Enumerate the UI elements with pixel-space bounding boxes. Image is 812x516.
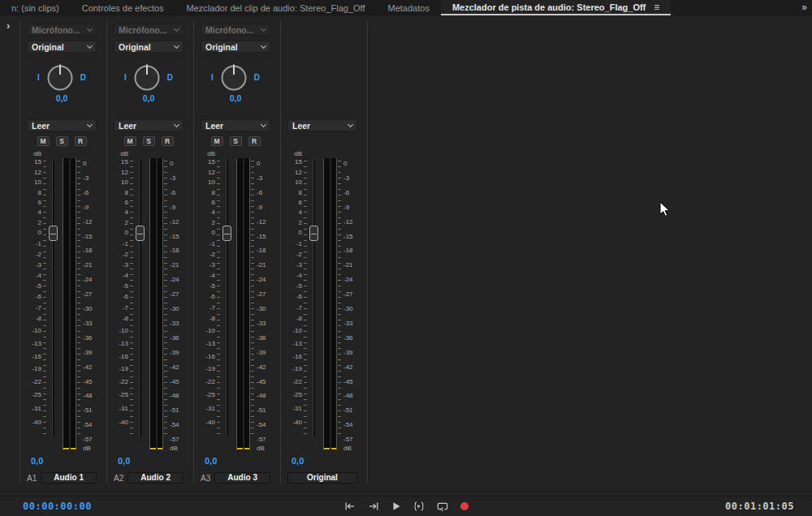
volume-value[interactable]: 0,0 — [118, 456, 184, 467]
fader-tick-marks — [130, 161, 133, 436]
mute-button[interactable]: M — [37, 136, 50, 146]
scale-tick-label: -2 — [296, 252, 302, 258]
track-preset-dropdown[interactable]: Original — [27, 41, 97, 53]
fader-handle[interactable] — [222, 226, 231, 241]
solo-button[interactable]: S — [143, 136, 155, 146]
automation-mode-dropdown[interactable]: Leer — [27, 119, 97, 131]
track-preset-dropdown[interactable]: Original — [201, 41, 270, 53]
scale-tick-label: dB — [120, 151, 128, 157]
volume-fader[interactable] — [221, 154, 234, 451]
show-effects-sends-expander-icon[interactable]: › — [6, 19, 10, 32]
fader-handle[interactable] — [49, 226, 58, 241]
tab-overflow-icon[interactable]: » — [801, 0, 807, 15]
pan-left-label: I — [37, 73, 40, 82]
panel-tab[interactable]: Mezclador de pista de audio: Stereo_Flag… — [441, 0, 671, 15]
level-meter — [63, 158, 76, 450]
pan-value[interactable]: 0,0 — [27, 93, 97, 103]
scale-tick-label: -21 — [83, 262, 93, 269]
record-arm-button[interactable]: R — [248, 136, 261, 146]
pan-value[interactable]: 0,0 — [201, 93, 270, 103]
fader-handle[interactable] — [136, 226, 145, 241]
track-preset-label: Original — [205, 42, 238, 52]
scale-tick-label: -13 — [292, 341, 302, 347]
scale-tick-label: -13 — [32, 341, 41, 347]
scale-tick-label: -33 — [257, 320, 266, 327]
automation-mode-dropdown[interactable]: Leer — [114, 119, 184, 131]
track-name[interactable]: Audio 1 — [41, 472, 97, 484]
track-name[interactable]: Audio 3 — [214, 472, 270, 484]
pan-right-label: D — [167, 73, 173, 82]
audio-track-mixer-panel: › Micrófono... Original I D 0,0 Leer — [0, 15, 812, 496]
pan-value[interactable]: 0,0 — [114, 93, 184, 103]
track-name[interactable]: Original — [287, 472, 357, 484]
fader-track — [227, 161, 228, 436]
automation-mode-dropdown[interactable]: Leer — [201, 119, 270, 131]
solo-button[interactable]: S — [230, 136, 242, 146]
scale-tick-label: 2 — [38, 220, 41, 226]
panel-tab-label: Mezclador de pista de audio: Stereo_Flag… — [452, 2, 646, 12]
panel-tab[interactable]: n: (sin clips) — [0, 0, 71, 15]
input-device-dropdown[interactable]: Micrófono... — [27, 24, 97, 36]
track-preset-dropdown[interactable]: Original — [114, 41, 184, 53]
scale-tick-label: -3 — [170, 175, 175, 182]
record-icon[interactable] — [458, 500, 471, 513]
track-state-buttons: M S R — [27, 136, 97, 146]
scale-tick-label: -13 — [119, 341, 128, 347]
panel-tab[interactable]: Metadatos — [377, 0, 441, 15]
panel-tab[interactable]: Controles de efectos — [71, 0, 175, 15]
pan-knob-icon[interactable] — [219, 62, 248, 92]
scale-tick-label: -6 — [36, 294, 41, 300]
volume-fader[interactable] — [134, 154, 147, 451]
scale-tick-label: -2 — [123, 252, 128, 258]
solo-button[interactable]: S — [56, 136, 68, 146]
scale-tick-label: -51 — [343, 407, 353, 414]
play-in-to-out-icon[interactable] — [411, 500, 427, 513]
fader-track — [313, 161, 315, 436]
premiere-audio-track-mixer-window: n: (sin clips) Controles de efectos Mezc… — [0, 0, 812, 516]
mute-button[interactable]: M — [211, 136, 223, 146]
volume-value[interactable]: 0,0 — [31, 456, 97, 467]
meter-peak-indicator — [150, 448, 162, 449]
scale-tick-label: 12 — [34, 170, 41, 176]
input-device-dropdown[interactable]: Micrófono... — [114, 24, 184, 36]
scale-tick-label: -48 — [257, 393, 266, 399]
meter-tick-marks — [338, 161, 341, 436]
record-arm-button[interactable]: R — [162, 136, 174, 146]
scale-tick-label: -6 — [123, 294, 128, 300]
scale-tick-label: -21 — [170, 262, 179, 269]
loop-icon[interactable] — [434, 500, 451, 514]
scale-tick-label: -4 — [123, 273, 128, 279]
volume-fader[interactable] — [47, 154, 60, 451]
record-arm-button[interactable]: R — [75, 136, 87, 146]
volume-fader[interactable] — [308, 154, 321, 451]
track-name[interactable]: Audio 2 — [127, 472, 184, 484]
panel-menu-icon[interactable]: ≡ — [654, 2, 659, 13]
mute-button[interactable]: M — [124, 136, 136, 146]
fader-handle[interactable] — [309, 226, 318, 241]
scale-tick-label: -8 — [123, 316, 128, 322]
scale-tick-label: -51 — [83, 407, 93, 414]
panel-tab[interactable]: Mezclador del clip de audio: Stereo_Flag… — [175, 0, 377, 15]
scale-tick-label: -54 — [170, 422, 179, 428]
fader-and-meter: dB15121086420-1-2-3-4-5-6-7-8-10-13-16-1… — [114, 154, 184, 451]
volume-value[interactable]: 0,0 — [292, 456, 357, 467]
volume-value[interactable]: 0,0 — [205, 456, 270, 467]
scale-tick-label: -19 — [119, 366, 128, 372]
scale-tick-label: -3 — [83, 175, 89, 182]
scale-tick-label: -10 — [292, 328, 302, 334]
go-to-in-icon[interactable] — [342, 500, 358, 513]
fader-db-scale: dB15121086420-1-2-3-4-5-6-7-8-10-13-16-1… — [287, 154, 303, 451]
pan-control: I D 0,0 — [201, 58, 270, 110]
scale-tick-label: -27 — [343, 291, 353, 298]
input-device-dropdown[interactable]: Micrófono... — [201, 24, 270, 36]
pan-knob-icon[interactable] — [132, 62, 162, 92]
scale-tick-label: 4 — [38, 209, 41, 216]
pan-knob-icon[interactable] — [45, 62, 75, 92]
play-icon[interactable] — [389, 500, 404, 513]
panel-tab-bar: n: (sin clips) Controles de efectos Mezc… — [0, 0, 812, 15]
pan-left-label: I — [211, 73, 214, 82]
automation-mode-dropdown[interactable]: Leer — [287, 119, 357, 131]
go-to-out-icon[interactable] — [365, 500, 382, 513]
current-timecode[interactable]: 00:00:00:00 — [23, 501, 92, 512]
track-state-buttons: M S R — [201, 136, 270, 146]
